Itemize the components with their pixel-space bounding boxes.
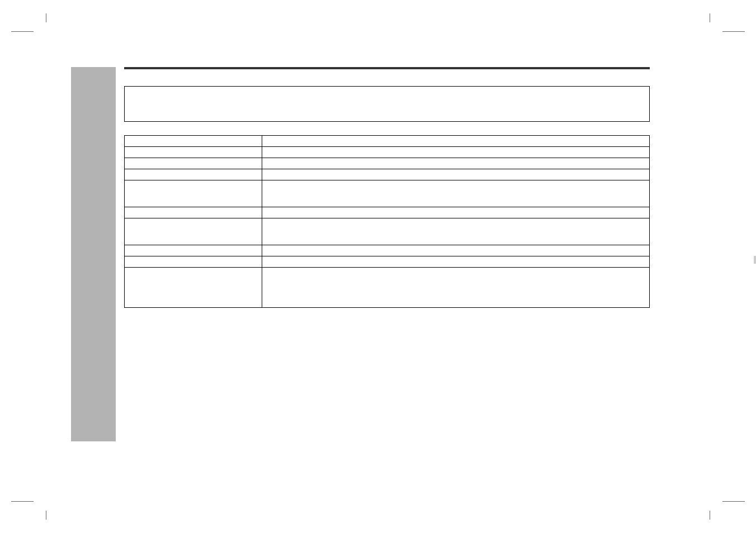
crop-mark [46,13,46,22]
spec-value [262,147,650,158]
spec-value [262,158,650,169]
crop-mark [46,511,46,520]
spec-value [262,169,650,180]
spec-value [262,268,650,308]
spec-label [125,245,262,256]
spec-value [262,256,650,268]
spec-value [262,136,650,147]
table-row [125,136,650,147]
table-row [125,218,650,245]
crop-mark [11,501,34,502]
content-area [124,67,650,308]
spec-label [125,218,262,245]
crop-mark [722,31,745,32]
spec-label [125,158,262,169]
section-tab [71,67,116,441]
table-row [125,180,650,207]
table-row [125,245,650,256]
page [0,0,756,533]
table-row [125,268,650,308]
spec-label [125,268,262,308]
table-row [125,147,650,158]
spec-label [125,180,262,207]
crop-mark [710,13,710,22]
title-box [124,86,650,122]
spec-label [125,147,262,158]
table-row [125,256,650,268]
spec-label [125,256,262,268]
table-row [125,207,650,218]
table-row [125,169,650,180]
spec-label [125,169,262,180]
spec-table [124,135,650,308]
spec-value [262,218,650,245]
crop-mark [722,501,745,502]
spec-value [262,180,650,207]
table-row [125,158,650,169]
spec-value [262,207,650,218]
crop-mark [11,31,34,32]
spec-label [125,207,262,218]
header-rule [124,67,650,69]
spec-value [262,245,650,256]
crop-mark [710,511,710,520]
spec-label [125,136,262,147]
edge-indicator [754,256,756,264]
